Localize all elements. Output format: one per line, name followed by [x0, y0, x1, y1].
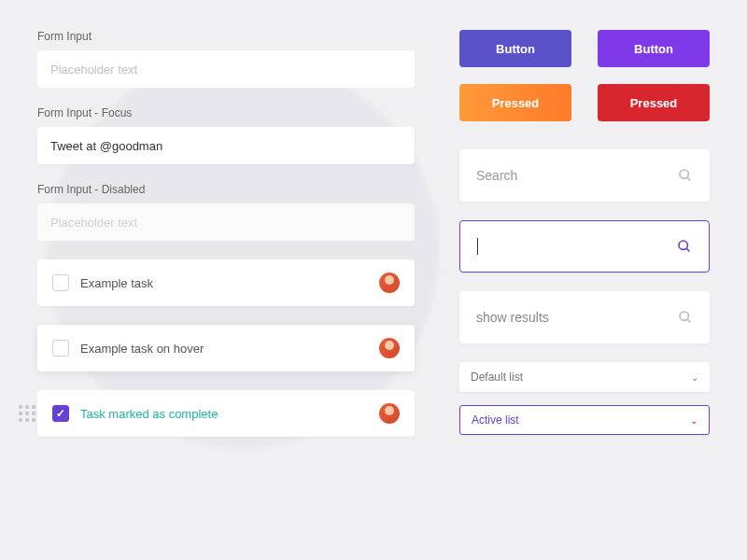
- task-item-complete[interactable]: Task marked as complete: [37, 390, 415, 437]
- button-pressed-orange[interactable]: Pressed: [459, 84, 571, 121]
- checkbox[interactable]: [52, 340, 69, 357]
- select-label: Default list: [471, 371, 523, 384]
- svg-line-5: [687, 319, 690, 322]
- svg-point-2: [679, 241, 687, 249]
- input-label-disabled: Form Input - Disabled: [37, 183, 415, 196]
- chevron-down-icon: ⌄: [690, 415, 698, 426]
- avatar: [379, 338, 400, 358]
- svg-point-4: [680, 312, 688, 320]
- task-label: Example task on hover: [80, 342, 368, 356]
- select-label: Active list: [472, 413, 519, 427]
- task-item-hover[interactable]: Example task on hover: [37, 325, 415, 371]
- button-primary[interactable]: Button: [459, 30, 571, 67]
- checkbox-checked[interactable]: [52, 405, 69, 422]
- search-input-results[interactable]: [476, 310, 678, 325]
- input-label-focus: Form Input - Focus: [37, 106, 415, 119]
- chevron-down-icon: ⌄: [691, 372, 698, 383]
- svg-line-1: [687, 177, 690, 180]
- search-box-focus[interactable]: [459, 220, 710, 273]
- search-box[interactable]: [459, 149, 710, 202]
- search-icon: [677, 239, 692, 254]
- select-active[interactable]: Active list ⌄: [459, 405, 710, 435]
- button-pressed-red[interactable]: Pressed: [598, 84, 710, 121]
- search-input[interactable]: [476, 168, 678, 183]
- checkbox[interactable]: [52, 274, 69, 291]
- search-box-results[interactable]: [459, 291, 710, 343]
- search-icon: [678, 310, 693, 325]
- search-icon: [678, 168, 693, 183]
- avatar: [379, 403, 400, 424]
- input-label: Form Input: [37, 30, 415, 43]
- form-input-disabled: [37, 203, 415, 241]
- select-default[interactable]: Default list ⌄: [459, 362, 710, 392]
- form-input-focus[interactable]: [37, 127, 415, 164]
- form-input[interactable]: [37, 50, 415, 88]
- search-input-focus[interactable]: [478, 239, 677, 254]
- svg-point-0: [680, 170, 688, 178]
- task-item[interactable]: Example task: [37, 259, 415, 306]
- svg-line-3: [686, 248, 689, 251]
- button-secondary[interactable]: Button: [598, 30, 710, 67]
- task-label: Example task: [80, 276, 368, 290]
- avatar: [379, 273, 400, 293]
- task-label: Task marked as complete: [80, 407, 368, 421]
